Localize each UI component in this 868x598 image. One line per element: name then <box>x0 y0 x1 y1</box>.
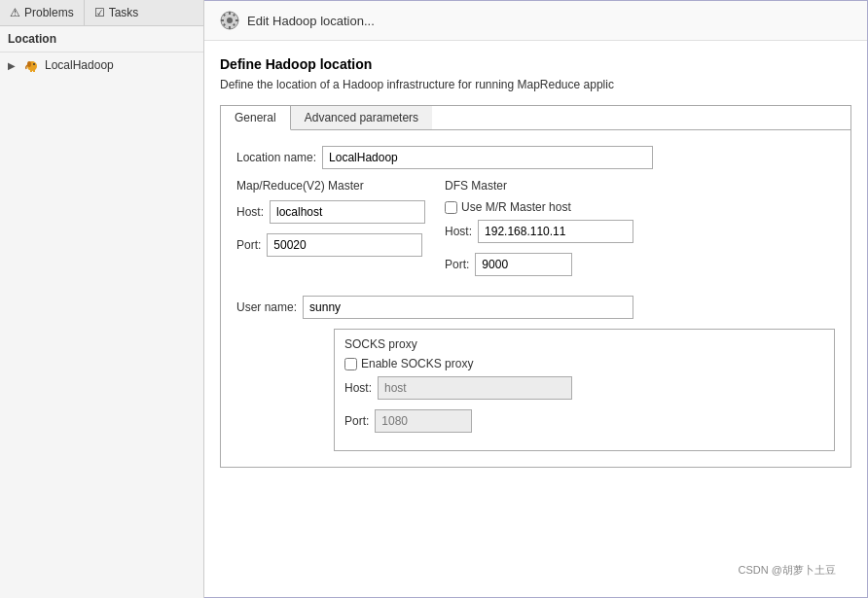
dialog-header: Edit Hadoop location... <box>204 1 867 41</box>
dfs-checkbox-label: Use M/R Master host <box>461 200 571 214</box>
socks-port-row: Port: <box>344 409 824 433</box>
dfs-use-mr-checkbox[interactable] <box>445 201 457 214</box>
gear-icon <box>220 11 239 30</box>
dfs-port-row: Port: <box>445 253 633 276</box>
tab-tasks[interactable]: ☑ Tasks <box>85 0 149 25</box>
username-label: User name: <box>236 300 297 314</box>
svg-rect-4 <box>33 70 35 72</box>
username-row: User name: <box>236 296 835 319</box>
tree-item-localhadoop[interactable]: ▶ LocalHadoop <box>0 53 203 78</box>
svg-point-2 <box>33 63 35 65</box>
dfs-host-label: Host: <box>445 225 472 238</box>
socks-enable-label: Enable SOCKS proxy <box>361 357 473 370</box>
location-name-row: Location name: <box>236 146 835 169</box>
location-name-input[interactable] <box>322 146 653 169</box>
dfs-checkbox-row: Use M/R Master host <box>445 200 633 214</box>
mr-host-label: Host: <box>236 205 264 219</box>
socks-section: SOCKS proxy Enable SOCKS proxy Host: Por… <box>334 329 835 451</box>
svg-rect-3 <box>30 70 32 72</box>
tasks-icon: ☑ <box>94 6 105 19</box>
username-input[interactable] <box>303 296 633 319</box>
dialog-body: Define Hadoop location Define the locati… <box>204 41 867 569</box>
mr-host-row: Host: <box>236 200 425 224</box>
socks-title: SOCKS proxy <box>344 337 824 351</box>
dfs-port-input[interactable] <box>475 253 572 276</box>
mr-port-label: Port: <box>236 238 261 252</box>
tree-item-label: LocalHadoop <box>45 58 114 72</box>
svg-rect-8 <box>229 26 231 29</box>
socks-enable-row: Enable SOCKS proxy <box>344 357 824 370</box>
tab-tasks-label: Tasks <box>109 6 139 19</box>
hadoop-icon <box>23 56 41 74</box>
location-name-label: Location name: <box>236 151 316 164</box>
watermark: CSDN @胡萝卜土豆 <box>189 557 851 585</box>
problems-icon: ⚠ <box>10 6 20 19</box>
sidebar: ⚠ Problems ☑ Tasks Location ▶ LocalHadoo… <box>0 0 204 598</box>
sidebar-tab-bar: ⚠ Problems ☑ Tasks <box>0 0 203 26</box>
socks-host-input[interactable] <box>378 376 572 400</box>
dfs-title: DFS Master <box>445 179 633 193</box>
dialog-header-title: Edit Hadoop location... <box>247 14 375 28</box>
mapreduce-section: Map/Reduce(V2) Master Host: Port: <box>236 179 425 286</box>
mr-port-input[interactable] <box>267 233 422 257</box>
tab-general[interactable]: General <box>221 106 291 130</box>
main-dialog: Edit Hadoop location... Define Hadoop lo… <box>204 0 868 598</box>
tab-problems[interactable]: ⚠ Problems <box>0 0 85 25</box>
dfs-host-row: Host: <box>445 220 633 243</box>
dialog-description: Define the location of a Hadoop infrastr… <box>220 78 851 91</box>
socks-port-input[interactable] <box>375 409 472 433</box>
dfs-host-input[interactable] <box>478 220 633 243</box>
socks-proxy-box: SOCKS proxy Enable SOCKS proxy Host: Por… <box>334 329 835 451</box>
dfs-port-label: Port: <box>445 258 469 271</box>
two-col-section: Map/Reduce(V2) Master Host: Port: DFS Ma… <box>236 179 835 286</box>
dfs-section: DFS Master Use M/R Master host Host: Por… <box>445 179 633 286</box>
tab-bar: General Advanced parameters <box>220 105 851 129</box>
socks-port-label: Port: <box>344 414 369 428</box>
svg-rect-10 <box>235 19 238 21</box>
svg-rect-7 <box>229 12 231 15</box>
socks-host-label: Host: <box>344 381 372 395</box>
dialog-main-title: Define Hadoop location <box>220 56 851 72</box>
socks-host-row: Host: <box>344 376 824 400</box>
tree-arrow-icon: ▶ <box>8 60 19 71</box>
mr-port-row: Port: <box>236 233 425 257</box>
mr-host-input[interactable] <box>270 200 425 224</box>
tab-advanced[interactable]: Advanced parameters <box>291 106 432 129</box>
tab-problems-label: Problems <box>24 6 74 19</box>
svg-point-6 <box>227 18 233 23</box>
svg-rect-9 <box>221 19 224 21</box>
svg-point-1 <box>27 61 31 67</box>
sidebar-section-label: Location <box>0 26 203 53</box>
tab-content-general: Location name: Map/Reduce(V2) Master Hos… <box>220 129 851 468</box>
socks-enable-checkbox[interactable] <box>344 358 357 370</box>
mapreduce-title: Map/Reduce(V2) Master <box>236 179 425 193</box>
